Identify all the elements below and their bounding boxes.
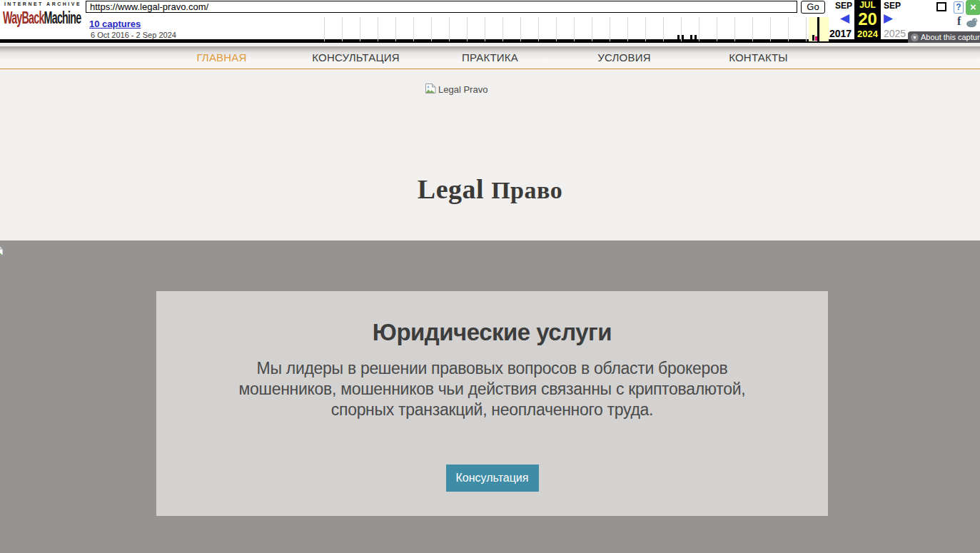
page-title-latin: Legal (418, 174, 484, 204)
site-logo-broken-image: Legal Pravo (425, 83, 488, 96)
capture-bar[interactable] (812, 35, 814, 41)
nav-item-praktika[interactable]: ПРАКТИКА (423, 51, 557, 64)
hero-broken-background-icon (0, 245, 4, 259)
url-input[interactable] (86, 1, 797, 13)
internet-archive-label: INTERNET ARCHIVE (3, 1, 83, 6)
capture-bar[interactable] (694, 35, 697, 41)
hero-section: Юридические услуги Мы лидеры в решении п… (0, 240, 980, 553)
chevron-down-icon: ▼ (911, 34, 919, 41)
page-title: Legal Право (0, 173, 980, 205)
about-this-capture[interactable]: ▼ About this capture (908, 31, 980, 43)
wayback-toolbar: INTERNET ARCHIVE WayBackMachine Go 10 ca… (0, 0, 980, 43)
close-icon[interactable]: × (966, 0, 980, 15)
current-capture-date: JUL 20 2024 (854, 0, 881, 41)
logo-wayback-text: WayBack (3, 9, 44, 27)
about-label: About this capture (921, 33, 980, 41)
page-title-cyrillic: Право (491, 177, 562, 203)
consultation-button[interactable]: Консультация (446, 465, 539, 492)
timeline-highlight (809, 17, 829, 41)
prev-capture-year[interactable]: 2017 (829, 28, 852, 39)
site-navbar: ГЛАВНАЯ КОНСУЛЬТАЦИЯ ПРАКТИКА УСЛОВИЯ КО… (0, 46, 980, 69)
hero-description: Мы лидеры в решении правовых вопросов в … (218, 358, 767, 420)
hero-card: Юридические услуги Мы лидеры в решении п… (156, 291, 828, 516)
nav-item-kontakty[interactable]: КОНТАКТЫ (692, 51, 826, 64)
help-icon[interactable]: ? (954, 1, 964, 14)
site-logo-alt-text: Legal Pravo (438, 84, 488, 95)
wayback-machine-logo: WayBackMachine (3, 9, 63, 29)
nav-item-usloviya[interactable]: УСЛОВИЯ (557, 51, 692, 64)
current-year: 2024 (854, 29, 881, 39)
prev-capture-arrow-icon[interactable]: ◀ (840, 12, 849, 24)
current-day: 20 (854, 10, 881, 29)
next-capture-year[interactable]: 2025 (884, 28, 906, 39)
nav-item-glavnaya[interactable]: ГЛАВНАЯ (155, 51, 289, 64)
broken-image-icon (425, 83, 437, 96)
capture-date-range: 6 Oct 2016 - 2 Sep 2024 (91, 31, 176, 39)
captures-link[interactable]: 10 captures (89, 19, 141, 29)
wayback-logo[interactable]: INTERNET ARCHIVE WayBackMachine (3, 1, 83, 24)
next-capture-arrow-icon[interactable]: ▶ (884, 12, 893, 24)
twitter-share-icon[interactable] (966, 17, 979, 31)
prev-capture-month[interactable]: SEP (835, 1, 852, 11)
hero-heading: Юридические услуги (156, 320, 828, 345)
capture-bar[interactable] (690, 35, 692, 41)
logo-machine-text: Machine (44, 9, 81, 27)
go-button[interactable]: Go (801, 1, 825, 14)
nav-item-konsultaciya[interactable]: КОНСУЛЬТАЦИЯ (289, 51, 423, 64)
current-capture-marker (817, 17, 819, 41)
expand-icon[interactable] (936, 2, 946, 11)
facebook-share-icon[interactable]: f (957, 15, 961, 28)
capture-bar[interactable] (682, 35, 684, 41)
capture-timeline[interactable] (307, 17, 829, 41)
capture-bar[interactable] (677, 35, 680, 41)
next-capture-month[interactable]: SEP (884, 1, 901, 11)
